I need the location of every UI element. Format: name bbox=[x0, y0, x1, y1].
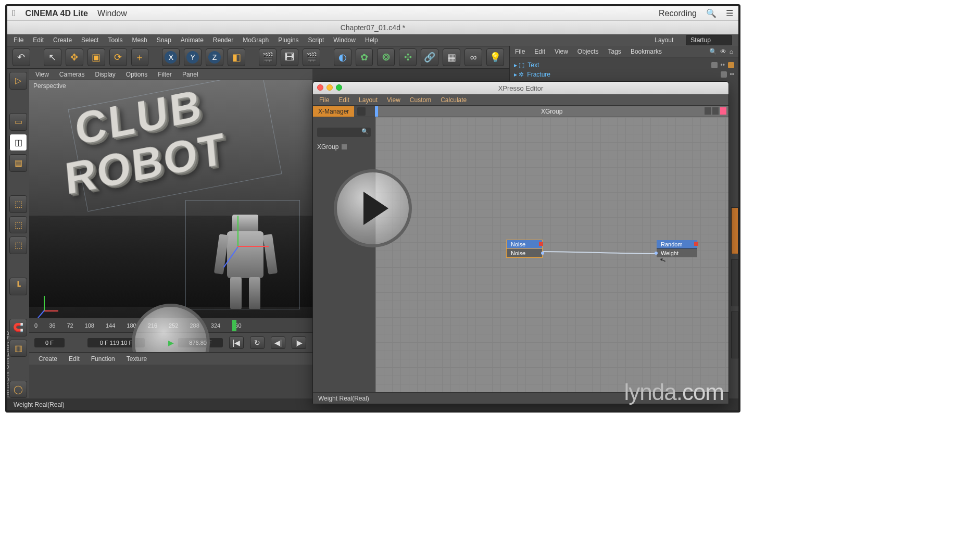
attr-tab-2[interactable] bbox=[731, 259, 738, 306]
om-item-fracture[interactable]: ▸ ✲Fracture •• bbox=[514, 70, 734, 79]
xp-menu-custom[interactable]: Custom bbox=[410, 96, 431, 104]
coord-system-button[interactable]: ◧ bbox=[228, 48, 245, 66]
xmanager-tab[interactable]: X-Manager bbox=[313, 106, 354, 117]
menu-create[interactable]: Create bbox=[53, 36, 72, 44]
goto-start-button[interactable]: |◀ bbox=[229, 336, 244, 349]
mat-menu-function[interactable]: Function bbox=[91, 355, 115, 363]
prev-frame-button[interactable]: ◀| bbox=[271, 336, 285, 349]
vp-menu-view[interactable]: View bbox=[35, 71, 49, 78]
vp-menu-filter[interactable]: Filter bbox=[158, 71, 172, 78]
mac-menu-window[interactable]: Window bbox=[97, 9, 127, 18]
xp-menu-calculate[interactable]: Calculate bbox=[441, 96, 467, 104]
menu-help[interactable]: Help bbox=[365, 36, 378, 44]
texture-mode-button[interactable]: ◫ bbox=[9, 134, 27, 152]
xp-menu-layout[interactable]: Layout bbox=[359, 96, 378, 104]
video-play-button[interactable] bbox=[334, 169, 412, 247]
random-node[interactable]: Random Weight bbox=[657, 240, 697, 257]
menu-mograph[interactable]: MoGraph bbox=[243, 36, 269, 44]
axis-mode-button[interactable]: ┗ bbox=[9, 278, 27, 295]
vp-menu-cameras[interactable]: Cameras bbox=[59, 71, 85, 78]
vp-menu-panel[interactable]: Panel bbox=[182, 71, 198, 78]
mat-menu-edit[interactable]: Edit bbox=[69, 355, 80, 363]
spline-button[interactable]: ✿ bbox=[356, 48, 373, 66]
camera-button[interactable]: ▦ bbox=[443, 48, 460, 66]
menu-snap[interactable]: Snap bbox=[157, 36, 171, 44]
menu-extra-icon[interactable]: ☰ bbox=[726, 8, 733, 18]
om-item-text[interactable]: ▸ ⬚Text •• bbox=[514, 60, 734, 70]
primitive-button[interactable]: ◐ bbox=[334, 48, 351, 66]
om-menu-view[interactable]: View bbox=[555, 48, 568, 55]
attr-tab-1[interactable] bbox=[731, 207, 738, 254]
generator-button[interactable]: ❂ bbox=[377, 48, 395, 66]
apple-menu-icon[interactable]:  bbox=[12, 8, 16, 19]
menu-window[interactable]: Window bbox=[333, 36, 356, 44]
menu-animate[interactable]: Animate bbox=[181, 36, 204, 44]
bulb-button[interactable]: 💡 bbox=[486, 48, 504, 66]
xgroup-tree-item[interactable]: XGroup bbox=[317, 143, 371, 151]
om-menu-file[interactable]: File bbox=[515, 48, 525, 55]
make-editable-button[interactable]: ▷ bbox=[9, 72, 27, 90]
mac-menu-recording[interactable]: Recording bbox=[659, 9, 697, 18]
menu-select[interactable]: Select bbox=[81, 36, 98, 44]
viewport-canvas[interactable]: Perspective CLUB ROBOT bbox=[29, 80, 312, 318]
mat-menu-create[interactable]: Create bbox=[39, 355, 57, 363]
om-menu-bookmarks[interactable]: Bookmarks bbox=[631, 48, 662, 55]
menu-render[interactable]: Render bbox=[213, 36, 233, 44]
deformer-button[interactable]: ✣ bbox=[399, 48, 417, 66]
xpresso-titlebar[interactable]: XPresso Editor bbox=[313, 82, 728, 94]
om-menu-edit[interactable]: Edit bbox=[534, 48, 545, 55]
locked-workplane-button[interactable]: ▥ bbox=[9, 340, 27, 357]
render-view-button[interactable]: 🎬 bbox=[259, 48, 277, 66]
mac-app-name[interactable]: CINEMA 4D Lite bbox=[26, 9, 88, 18]
frame-start-field[interactable]: 0 F bbox=[34, 338, 65, 347]
menu-script[interactable]: Script bbox=[308, 36, 324, 44]
om-search-icon[interactable]: 🔍 bbox=[709, 48, 717, 55]
rotate-tool[interactable]: ⟳ bbox=[109, 48, 127, 66]
menu-plugins[interactable]: Plugins bbox=[278, 36, 298, 44]
layout-dropdown[interactable]: Startup bbox=[686, 35, 732, 45]
next-frame-button[interactable]: |▶ bbox=[292, 336, 306, 349]
xpresso-canvas[interactable]: Noise Noise Random Weight ↖ bbox=[375, 117, 728, 392]
attr-tab-3[interactable] bbox=[731, 311, 738, 358]
xp-menu-file[interactable]: File bbox=[319, 96, 329, 104]
spotlight-icon[interactable]: 🔍 bbox=[706, 8, 717, 18]
polys-mode-button[interactable]: ⬚ bbox=[9, 236, 27, 254]
scale-tool[interactable]: ▣ bbox=[87, 48, 105, 66]
place-tool[interactable]: ＋ bbox=[131, 48, 149, 66]
light-button[interactable]: ∞ bbox=[464, 48, 482, 66]
xp-menu-edit[interactable]: Edit bbox=[338, 96, 349, 104]
loop-button[interactable]: ↻ bbox=[250, 336, 265, 349]
workplane-mode-button[interactable]: ▤ bbox=[9, 154, 27, 172]
y-axis-lock[interactable]: Y bbox=[184, 48, 202, 66]
menu-mesh[interactable]: Mesh bbox=[132, 36, 147, 44]
menu-edit[interactable]: Edit bbox=[33, 36, 44, 44]
xpresso-search[interactable] bbox=[317, 128, 371, 137]
om-menu-objects[interactable]: Objects bbox=[577, 48, 599, 55]
move-tool[interactable]: ✥ bbox=[66, 48, 83, 66]
xpresso-traffic-lights[interactable] bbox=[317, 84, 342, 91]
xp-tab-icon[interactable] bbox=[357, 107, 366, 116]
noise-node[interactable]: Noise Noise bbox=[507, 240, 542, 257]
mat-menu-texture[interactable]: Texture bbox=[127, 355, 147, 363]
edges-mode-button[interactable]: ⬚ bbox=[9, 216, 27, 234]
undo-button[interactable]: ↶ bbox=[12, 48, 30, 66]
misc-tool-button[interactable]: ◯ bbox=[9, 381, 27, 398]
playhead[interactable] bbox=[232, 320, 236, 331]
render-settings-button[interactable]: 🎬 bbox=[303, 48, 320, 66]
om-tree[interactable]: ▸ ⬚Text •• ▸ ✲Fracture •• bbox=[510, 57, 738, 82]
render-pv-button[interactable]: 🎞 bbox=[281, 48, 298, 66]
snap-button[interactable]: 🧲 bbox=[9, 319, 27, 336]
xp-menu-view[interactable]: View bbox=[387, 96, 400, 104]
live-select-tool[interactable]: ↖ bbox=[44, 48, 61, 66]
xgroup-tab[interactable]: XGroup bbox=[375, 106, 728, 117]
points-mode-button[interactable]: ⬚ bbox=[9, 195, 27, 213]
om-filter-icon[interactable]: 👁 bbox=[720, 48, 726, 55]
environment-button[interactable]: 🔗 bbox=[421, 48, 438, 66]
menu-tools[interactable]: Tools bbox=[108, 36, 122, 44]
vp-menu-display[interactable]: Display bbox=[95, 71, 115, 78]
model-mode-button[interactable]: ▭ bbox=[9, 113, 27, 131]
x-axis-lock[interactable]: X bbox=[162, 48, 180, 66]
om-home-icon[interactable]: ⌂ bbox=[730, 48, 733, 55]
vp-menu-options[interactable]: Options bbox=[126, 71, 147, 78]
menu-file[interactable]: File bbox=[14, 36, 23, 44]
